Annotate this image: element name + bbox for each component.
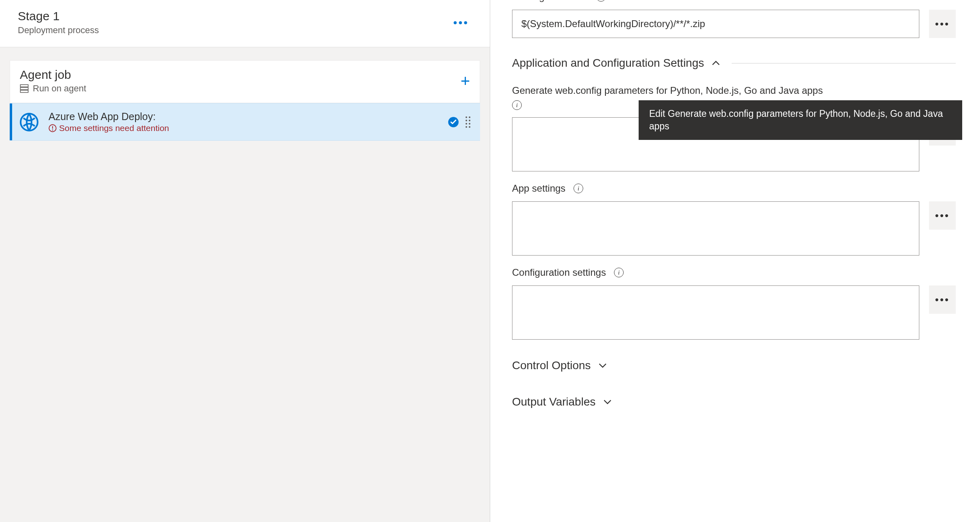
left-pane: Stage 1 Deployment process ••• Agent job… <box>0 0 490 522</box>
appsettings-edit-button[interactable]: ••• <box>929 201 956 230</box>
task-card[interactable]: Azure Web App Deploy: Some settings need… <box>10 103 480 141</box>
browse-button[interactable]: ••• <box>929 10 956 38</box>
section-control-options-label: Control Options <box>512 359 591 372</box>
stage-header: Stage 1 Deployment process ••• <box>0 0 490 47</box>
section-output-variables[interactable]: Output Variables <box>512 395 956 408</box>
info-icon[interactable]: i <box>614 268 624 277</box>
add-task-button[interactable]: + <box>461 73 470 89</box>
warning-icon <box>49 124 57 132</box>
tooltip-text: Edit Generate web.config parameters for … <box>649 108 943 131</box>
agent-subtitle: Run on agent <box>33 83 86 94</box>
package-label: Package or folder <box>512 0 588 2</box>
drag-handle[interactable] <box>466 116 470 128</box>
task-warning-text: Some settings need attention <box>59 123 169 133</box>
configsettings-input[interactable] <box>512 285 919 340</box>
appsettings-input[interactable] <box>512 201 919 256</box>
package-input[interactable] <box>512 10 919 38</box>
agent-title: Agent job <box>20 68 86 82</box>
svg-point-6 <box>52 129 53 131</box>
section-app-config[interactable]: Application and Configuration Settings <box>512 57 956 70</box>
task-enabled-badge[interactable] <box>448 116 459 128</box>
stage-title: Stage 1 <box>18 9 99 23</box>
info-icon[interactable]: i <box>574 184 583 193</box>
svg-rect-0 <box>20 85 28 87</box>
appsettings-label: App settings <box>512 183 565 194</box>
section-app-config-label: Application and Configuration Settings <box>512 57 704 70</box>
svg-rect-2 <box>20 90 28 93</box>
selection-indicator <box>10 104 12 140</box>
server-icon <box>20 84 29 93</box>
stage-more-button[interactable]: ••• <box>450 13 472 32</box>
section-output-variables-label: Output Variables <box>512 395 596 408</box>
webconfig-label: Generate web.config parameters for Pytho… <box>512 85 823 96</box>
configsettings-edit-button[interactable]: ••• <box>929 285 956 314</box>
chevron-up-icon <box>711 59 720 68</box>
appsettings-label-row: App settings i <box>512 183 956 194</box>
svg-rect-1 <box>20 87 28 90</box>
chevron-down-icon <box>603 397 612 406</box>
webconfig-label-row: Generate web.config parameters for Pytho… <box>512 85 956 96</box>
section-control-options[interactable]: Control Options <box>512 359 956 372</box>
configsettings-label: Configuration settings <box>512 267 606 278</box>
azure-webapp-icon <box>19 112 39 132</box>
info-icon[interactable]: i <box>596 0 606 2</box>
tooltip: Edit Generate web.config parameters for … <box>639 100 962 140</box>
chevron-down-icon <box>598 361 607 370</box>
stage-subtitle: Deployment process <box>18 25 99 36</box>
agent-job-card[interactable]: Agent job Run on agent + <box>10 60 480 103</box>
task-title: Azure Web App Deploy: <box>49 111 169 123</box>
configsettings-label-row: Configuration settings i <box>512 267 956 278</box>
info-icon[interactable]: i <box>512 100 522 110</box>
package-label-row: Package or folder i <box>512 0 956 2</box>
right-pane: Package or folder i ••• Application and … <box>490 0 980 522</box>
svg-point-3 <box>21 114 38 131</box>
